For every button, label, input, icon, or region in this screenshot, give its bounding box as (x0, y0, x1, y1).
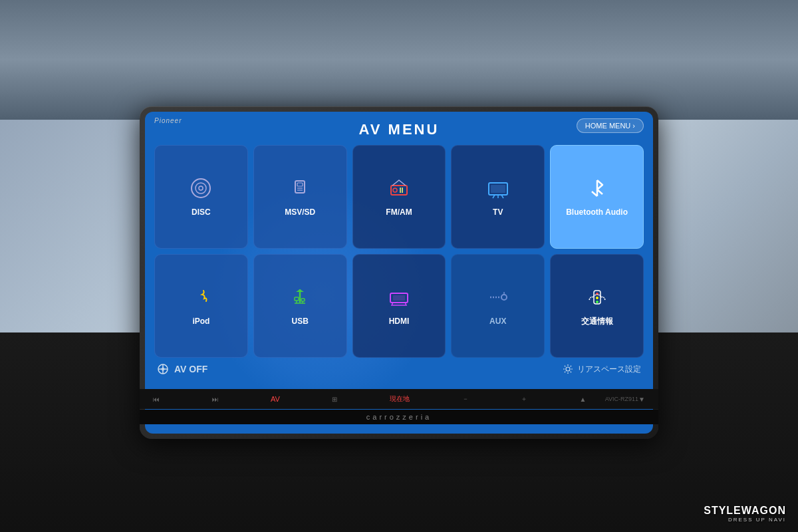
aux-icon (486, 285, 510, 313)
settings-icon (563, 364, 573, 374)
usb-icon (288, 285, 312, 313)
grid-button[interactable]: ⊞ (332, 396, 337, 403)
usb-label: USB (292, 317, 309, 327)
bluetooth-label: Bluetooth Audio (566, 207, 628, 218)
tv-icon (486, 176, 510, 203)
bluetooth-icon (585, 176, 609, 203)
svg-rect-16 (295, 297, 299, 301)
menu-item-disc[interactable]: DISC (154, 145, 248, 249)
traffic-icon (585, 285, 609, 313)
rear-settings-button[interactable]: リアスペース設定 (563, 364, 641, 375)
next-button[interactable]: ⏭ (212, 396, 219, 403)
carrozzeria-label: carrozzeria (140, 410, 658, 424)
disc-label: DISC (192, 207, 211, 218)
msvsd-icon (288, 176, 312, 203)
svg-rect-15 (491, 185, 505, 193)
prev-button[interactable]: ⏮ (153, 396, 160, 403)
svg-point-28 (596, 301, 598, 303)
menu-item-ipod[interactable]: iPod (154, 254, 248, 358)
msvsd-label: MSV/SD (285, 207, 315, 218)
av-off-button[interactable]: AV OFF (157, 363, 207, 375)
hardware-buttons-bar: ⏮ ⏭ AV ⊞ 現在地 － ＋ ▲ ▼ AVIC-RZ911 (140, 389, 658, 409)
watermark-subtitle: DRESS UP NAVI (704, 517, 786, 523)
screen: Pioneer HOME MENU › AV MENU DISC MSV/SD (145, 112, 653, 434)
svg-point-27 (596, 297, 598, 299)
pioneer-logo: Pioneer (154, 117, 182, 124)
svg-point-1 (196, 183, 206, 194)
fmam-icon (387, 176, 411, 203)
ipod-icon (189, 285, 213, 313)
vol-down[interactable]: ▼ (638, 396, 645, 403)
svg-point-23 (501, 295, 507, 300)
av-off-icon (157, 363, 169, 375)
menu-item-hdmi[interactable]: HDMI (352, 254, 446, 358)
svg-point-2 (199, 186, 203, 190)
home-menu-button[interactable]: HOME MENU › (577, 118, 644, 133)
plus-button[interactable]: ＋ (521, 394, 527, 404)
hdmi-label: HDMI (389, 317, 410, 327)
watermark-title: STYLEWAGON (704, 505, 786, 517)
watermark: STYLEWAGON DRESS UP NAVI (704, 505, 786, 523)
menu-item-tv[interactable]: TV (451, 145, 545, 249)
home-button[interactable]: 現在地 (390, 394, 410, 404)
menu-item-usb[interactable]: USB (253, 254, 347, 358)
svg-point-8 (393, 188, 397, 192)
menu-item-fmam[interactable]: FM/AM (352, 145, 446, 249)
dashboard-top (0, 0, 798, 120)
traffic-label: 交通情報 (581, 317, 613, 327)
menu-item-traffic[interactable]: 交通情報 (550, 254, 644, 358)
svg-rect-4 (297, 183, 303, 186)
car-background: Pioneer HOME MENU › AV MENU DISC MSV/SD (0, 0, 798, 532)
svg-rect-17 (301, 299, 305, 301)
tv-label: TV (493, 207, 503, 218)
bottom-bar: AV OFF リアスペース設定 (145, 358, 653, 379)
svg-rect-21 (393, 295, 405, 301)
disc-icon (189, 176, 213, 203)
vol-up[interactable]: ▲ (580, 396, 587, 403)
minus-button[interactable]: － (462, 394, 469, 404)
menu-item-aux[interactable]: AUX (451, 254, 545, 358)
hdmi-icon (387, 285, 411, 313)
ipod-label: iPod (192, 317, 209, 327)
svg-point-0 (192, 179, 210, 198)
fmam-label: FM/AM (386, 207, 412, 218)
aux-label: AUX (489, 317, 506, 327)
menu-grid: DISC MSV/SD FM/AM TV Blueto (145, 145, 653, 358)
av-button[interactable]: AV (271, 395, 280, 403)
menu-item-msvsd[interactable]: MSV/SD (253, 145, 347, 249)
svg-point-33 (566, 367, 570, 371)
avic-model-label: AVIC-RZ911 (605, 396, 638, 402)
menu-item-bluetooth[interactable]: Bluetooth Audio (550, 145, 644, 249)
